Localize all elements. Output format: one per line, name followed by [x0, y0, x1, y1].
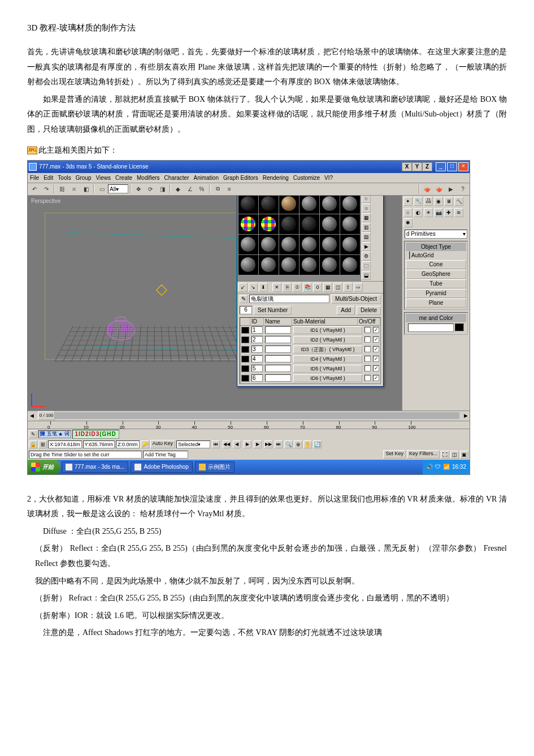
- sub-on-checkbox[interactable]: [373, 356, 379, 362]
- auto-key-button[interactable]: Auto Key: [150, 440, 176, 448]
- start-button[interactable]: 开始: [28, 460, 60, 474]
- material-type-button[interactable]: Multi/Sub-Object: [331, 295, 381, 304]
- geometry-icon[interactable]: ○: [403, 208, 413, 217]
- time-thumb[interactable]: 0 / 100: [38, 411, 55, 420]
- lights-icon[interactable]: ☀: [424, 208, 433, 217]
- material-toolbar[interactable]: ↙ ↘ ⬇ ✕ ⎘ ① 📚 0 ▦ ◫ ⇧ ⇨: [237, 281, 383, 293]
- coord-x[interactable]: X:1974.618m: [48, 440, 82, 448]
- mat-slot[interactable]: [340, 196, 360, 214]
- mat-slot[interactable]: [320, 255, 340, 275]
- xyz-toggle[interactable]: X Y Z: [402, 162, 432, 171]
- close-button[interactable]: ×: [458, 162, 468, 171]
- field-of-view-icon[interactable]: ◫: [450, 451, 459, 459]
- mirror-button[interactable]: ⧉: [212, 184, 223, 194]
- material-slots[interactable]: [237, 196, 361, 281]
- redo-button[interactable]: ↷: [41, 184, 52, 194]
- maximize-vp-icon[interactable]: ▣: [460, 451, 468, 459]
- sub-swatch[interactable]: [241, 327, 249, 334]
- min-max-icon[interactable]: ⛶: [441, 451, 449, 459]
- mat-slot[interactable]: [238, 255, 258, 275]
- pan-icon[interactable]: ✋: [303, 440, 312, 448]
- object-color-swatch[interactable]: [455, 323, 464, 331]
- select-button[interactable]: ▭: [96, 184, 107, 194]
- tube-button[interactable]: Tube: [406, 279, 466, 288]
- geosphere-button[interactable]: GeoSphere: [406, 270, 466, 279]
- link-button[interactable]: ⛓: [57, 184, 68, 194]
- play-icon[interactable]: ▶: [445, 184, 457, 194]
- prev-key-icon[interactable]: ◀: [233, 440, 241, 448]
- sub-swatch[interactable]: [241, 336, 249, 343]
- snap-button[interactable]: ◆: [172, 184, 184, 194]
- sub-map-checkbox[interactable]: [364, 327, 371, 333]
- menu-customize[interactable]: Customize: [293, 175, 320, 181]
- select-by-mat-icon[interactable]: ⬚: [362, 261, 371, 270]
- shapes-icon[interactable]: ◐: [414, 208, 423, 217]
- mat-slot[interactable]: [340, 255, 360, 275]
- put-to-lib-icon[interactable]: 📚: [303, 283, 312, 292]
- mat-slot[interactable]: [340, 235, 360, 254]
- percent-snap-button[interactable]: %: [196, 184, 207, 194]
- time-slider[interactable]: ◀ 0 / 100 ▶: [28, 411, 470, 421]
- set-number-button[interactable]: Set Number: [254, 306, 292, 315]
- sample-type-icon[interactable]: ○: [362, 196, 371, 203]
- tray-clock[interactable]: 16:32: [452, 464, 466, 470]
- mat-slot[interactable]: [320, 235, 340, 254]
- mat-slot[interactable]: [320, 196, 340, 214]
- zoom-all-icon[interactable]: ⊕: [294, 440, 302, 448]
- sub-map-checkbox[interactable]: [364, 336, 371, 343]
- assign-icon[interactable]: ⬇: [259, 283, 268, 292]
- sub-material-button[interactable]: ID2 ( VRayMtl ): [293, 336, 362, 344]
- material-side-tools[interactable]: ○ ☼ ▦ ▥ ▤ ▶ ⚙ ⬚ ⬓: [361, 196, 372, 281]
- sub-material-button[interactable]: ID6 ( VRayMtl ): [293, 374, 362, 382]
- sub-material-row[interactable]: 2ID2 ( VRayMtl ): [240, 335, 380, 345]
- tray-icon[interactable]: 🛡: [435, 464, 441, 470]
- make-preview-icon[interactable]: ▶: [362, 242, 371, 251]
- maximize-button[interactable]: □: [447, 162, 457, 171]
- plane-button[interactable]: Plane: [406, 299, 466, 308]
- show-map-icon[interactable]: ▦: [323, 283, 332, 292]
- axis-z-button[interactable]: Z: [422, 162, 432, 171]
- coord-z[interactable]: Z:0.0mm: [116, 440, 140, 448]
- mat-slot[interactable]: [259, 196, 279, 214]
- menu-rendering[interactable]: Rendering: [263, 175, 289, 181]
- motion-tab-icon[interactable]: ◉: [434, 197, 443, 206]
- mat-id-icon[interactable]: 0: [313, 283, 322, 292]
- mat-slot[interactable]: [340, 214, 360, 234]
- ime-buffer[interactable]: 1ID2ID3(GHD: [72, 430, 119, 439]
- help-button[interactable]: ?: [457, 184, 468, 194]
- go-parent-icon[interactable]: ⇧: [344, 283, 353, 292]
- unlink-button[interactable]: ⤫: [68, 184, 80, 194]
- tray-icon[interactable]: 🔊: [426, 464, 433, 470]
- menu-views[interactable]: Views: [96, 175, 111, 181]
- menu-extra[interactable]: VI?: [324, 175, 333, 181]
- sub-name-input[interactable]: [265, 355, 291, 362]
- utilities-tab-icon[interactable]: 🔨: [454, 197, 463, 206]
- sub-id-input[interactable]: 6: [251, 374, 263, 382]
- display-tab-icon[interactable]: 🖥: [444, 197, 453, 206]
- scale-button[interactable]: ◨: [157, 184, 168, 194]
- menu-bar[interactable]: File Edit Tools Group Views Create Modif…: [28, 173, 470, 183]
- sub-name-input[interactable]: [265, 326, 291, 334]
- menu-file[interactable]: File: [30, 175, 39, 181]
- sub-on-checkbox[interactable]: [373, 375, 379, 381]
- modify-tab-icon[interactable]: 🔧: [414, 197, 423, 206]
- menu-group[interactable]: Group: [76, 175, 92, 181]
- mat-map-nav-icon[interactable]: ⬓: [362, 271, 371, 280]
- material-editor-window[interactable]: Material Editor - 龟裂玻璃 _ □ × Material Na…: [237, 196, 384, 387]
- make-unique-icon[interactable]: ①: [293, 283, 302, 292]
- primitives-dropdown[interactable]: d Primitives▾: [405, 230, 467, 239]
- sub-id-input[interactable]: 4: [251, 355, 263, 362]
- sub-on-checkbox[interactable]: [373, 336, 379, 343]
- sub-material-button[interactable]: ID4 ( VRayMtl ): [293, 355, 362, 363]
- sub-on-checkbox[interactable]: [373, 365, 379, 371]
- sub-material-button[interactable]: ID1 ( VRayMtl ): [293, 326, 362, 334]
- goto-start-icon[interactable]: ⏮: [212, 440, 220, 448]
- add-button[interactable]: Add: [337, 306, 355, 315]
- sub-material-row[interactable]: 5ID5 ( VRayMtl ): [240, 364, 380, 374]
- mat-slot[interactable]: [299, 214, 319, 234]
- sub-id-input[interactable]: 2: [251, 336, 263, 343]
- time-tag[interactable]: Add Time Tag: [143, 451, 188, 459]
- viewport-perspective[interactable]: Perspective Material Editor - 龟裂玻璃 _: [28, 196, 402, 411]
- quick-render-button[interactable]: 🫖: [433, 184, 445, 194]
- transport-controls[interactable]: ⏮ ◀◀ ◀ ▶ ▶ ▶▶ ⏭: [211, 440, 283, 448]
